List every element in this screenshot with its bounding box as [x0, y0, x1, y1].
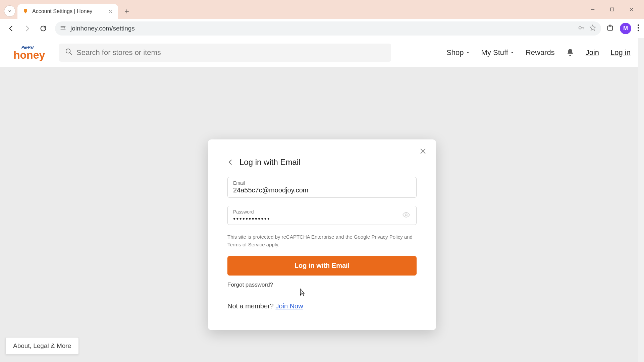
svg-point-5: [638, 24, 639, 25]
svg-point-6: [638, 27, 639, 28]
tab-favicon-icon: [22, 8, 29, 15]
vertical-scrollbar[interactable]: [638, 38, 644, 362]
svg-point-9: [405, 214, 407, 216]
nav-join-link[interactable]: Join: [586, 48, 599, 57]
browser-tab[interactable]: Account Settings | Honey: [17, 4, 118, 19]
svg-point-2: [579, 26, 581, 29]
profile-avatar[interactable]: M: [620, 23, 631, 34]
browser-menu-icon[interactable]: [637, 24, 639, 33]
terms-of-service-link[interactable]: Terms of Service: [227, 242, 265, 247]
svg-rect-4: [609, 25, 611, 26]
chevron-down-icon: [466, 51, 470, 55]
site-settings-icon[interactable]: [60, 24, 66, 33]
email-label: Email: [233, 180, 411, 186]
nav-shop[interactable]: Shop: [446, 48, 470, 57]
about-legal-widget[interactable]: About, Legal & More: [5, 337, 79, 355]
address-bar[interactable]: joinhoney.com/settings: [55, 21, 601, 36]
show-password-icon[interactable]: [402, 211, 410, 220]
notifications-bell-icon[interactable]: [566, 48, 574, 57]
modal-close-icon[interactable]: [419, 147, 427, 156]
tab-close-icon[interactable]: [107, 8, 113, 14]
extensions-icon[interactable]: [606, 24, 614, 33]
svg-point-7: [638, 29, 639, 31]
search-icon: [65, 48, 72, 57]
svg-point-1: [64, 27, 65, 28]
logo-honey-text: honey: [13, 49, 45, 61]
tab-title: Account Settings | Honey: [32, 8, 104, 14]
nav-reload-button[interactable]: [37, 22, 50, 35]
join-now-link[interactable]: Join Now: [275, 302, 303, 310]
tab-search-button[interactable]: [4, 5, 15, 17]
password-label: Password: [233, 209, 411, 215]
site-search[interactable]: [59, 44, 391, 62]
email-input[interactable]: [233, 186, 411, 194]
modal-back-icon[interactable]: [227, 159, 234, 166]
svg-rect-0: [610, 8, 613, 11]
nav-mystuff[interactable]: My Stuff: [481, 48, 514, 57]
recaptcha-notice: This site is protected by reCAPTCHA Ente…: [227, 233, 417, 249]
window-minimize-icon[interactable]: [588, 5, 597, 14]
password-field-wrapper[interactable]: Password ●●●●●●●●●●●●: [227, 206, 417, 225]
window-close-icon[interactable]: [627, 5, 636, 14]
not-member-text: Not a member? Join Now: [227, 302, 417, 310]
svg-rect-3: [608, 26, 613, 30]
login-modal: Log in with Email Email Password ●●●●●●●…: [208, 139, 436, 330]
browser-tab-strip: Account Settings | Honey: [0, 0, 644, 19]
chevron-down-icon: [510, 51, 514, 55]
browser-toolbar: joinhoney.com/settings M: [0, 19, 644, 38]
nav-login-link[interactable]: Log in: [610, 48, 631, 57]
bookmark-star-icon[interactable]: [589, 24, 596, 33]
page-viewport: PayPal honey Shop My Stuff Rewards Join …: [0, 38, 644, 362]
site-search-input[interactable]: [76, 48, 385, 57]
nav-forward-button: [21, 22, 34, 35]
honey-logo[interactable]: PayPal honey: [13, 44, 50, 61]
login-submit-button[interactable]: Log in with Email: [227, 256, 417, 276]
new-tab-button[interactable]: [121, 5, 133, 17]
password-input[interactable]: ●●●●●●●●●●●●: [233, 216, 270, 221]
nav-rewards[interactable]: Rewards: [526, 48, 555, 57]
nav-back-button[interactable]: [5, 22, 17, 35]
password-key-icon[interactable]: [578, 24, 585, 33]
window-maximize-icon[interactable]: [608, 5, 616, 14]
email-field-wrapper[interactable]: Email: [227, 177, 417, 198]
site-header: PayPal honey Shop My Stuff Rewards Join …: [0, 38, 644, 67]
modal-title: Log in with Email: [239, 158, 300, 167]
forgot-password-link[interactable]: Forgot password?: [227, 282, 273, 288]
address-bar-url: joinhoney.com/settings: [70, 25, 574, 32]
privacy-policy-link[interactable]: Privacy Policy: [371, 234, 402, 240]
